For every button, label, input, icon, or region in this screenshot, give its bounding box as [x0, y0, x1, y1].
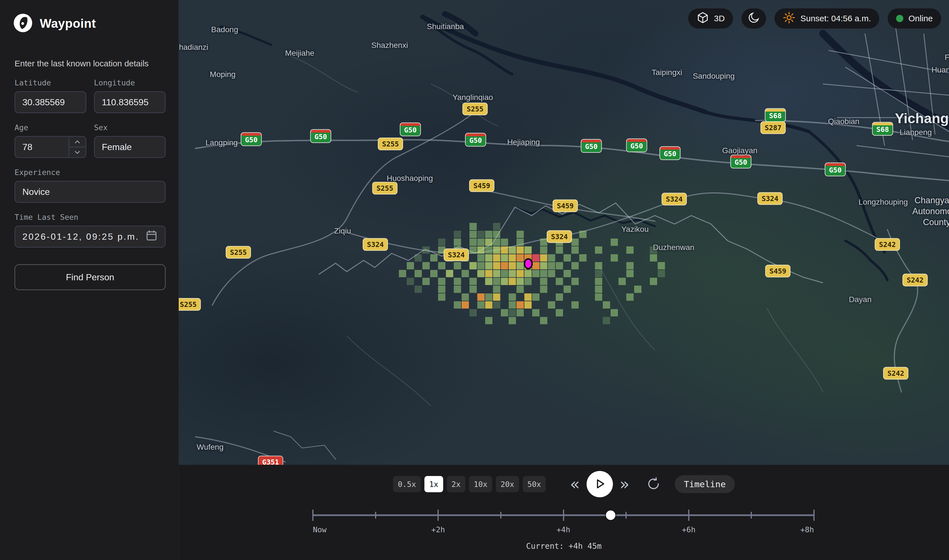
place-label: Badong	[211, 25, 238, 34]
skip-back-button[interactable]: «	[566, 476, 584, 492]
speed-button-20x[interactable]: 20x	[496, 476, 519, 492]
heatmap-cell	[407, 278, 414, 285]
sex-select[interactable]: Female	[94, 136, 166, 158]
heatmap-cell	[540, 286, 547, 293]
road-badge-S324: S324	[662, 193, 687, 206]
toggle-3d-button[interactable]: 3D	[688, 8, 733, 29]
map[interactable]: S255G50G50G50G50S255G50G50G50S68S287S68G…	[179, 0, 949, 465]
longitude-input[interactable]	[94, 91, 166, 113]
heatmap-cell	[509, 254, 516, 262]
speed-button-50x[interactable]: 50x	[523, 476, 546, 492]
play-button[interactable]	[587, 471, 613, 497]
calendar-icon[interactable]	[145, 229, 158, 244]
age-increment-button[interactable]	[69, 137, 85, 147]
heatmap-cell	[540, 262, 547, 269]
heatmap-cell	[509, 301, 516, 309]
place-label: Longzhouping	[858, 198, 908, 207]
heatmap-cell	[650, 278, 657, 285]
map-toolbar: 3D Sunset: 04:56 a.m.	[688, 8, 941, 29]
heatmap-cell	[540, 317, 547, 324]
heatmap-cell	[485, 270, 492, 277]
slider-tick	[312, 509, 313, 521]
heatmap-cell	[634, 286, 641, 293]
sunset-status[interactable]: Sunset: 04:56 a.m.	[775, 8, 879, 29]
reset-button[interactable]	[647, 477, 661, 491]
slider-label-+8h: +8h	[800, 525, 814, 534]
playback-bar: 0.5x1x2x10x20x50x « »	[179, 465, 949, 560]
heatmap-cell	[485, 294, 492, 301]
heatmap-cell	[540, 270, 547, 277]
heatmap-cell	[572, 238, 579, 246]
place-label: Meijiahe	[285, 49, 314, 58]
road-badge-S287: S287	[761, 122, 786, 134]
heatmap-cell	[548, 254, 555, 262]
heatmap-cell	[524, 278, 532, 285]
skip-forward-button[interactable]: »	[616, 476, 633, 492]
place-label: Lianpeng	[900, 128, 932, 137]
heatmap-cell	[454, 262, 461, 269]
heatmap-cell	[414, 286, 422, 293]
playback-controls: 0.5x1x2x10x20x50x « »	[393, 471, 735, 497]
heatmap-cell	[556, 294, 563, 301]
online-status-dot	[896, 15, 903, 22]
timeline-button[interactable]: Timeline	[675, 475, 735, 493]
speed-button-1x[interactable]: 1x	[424, 476, 443, 492]
heatmap-cell	[509, 294, 516, 301]
heatmap-cell	[548, 270, 555, 277]
online-status[interactable]: Online	[887, 8, 941, 29]
experience-select[interactable]: Novice	[15, 181, 166, 203]
moon-icon	[747, 11, 760, 26]
speed-button-0.5x[interactable]: 0.5x	[393, 476, 421, 492]
timeline-slider[interactable]	[313, 509, 814, 521]
heatmap-cell	[501, 309, 508, 316]
heatmap-cell	[532, 294, 539, 301]
heatmap-cell	[501, 270, 508, 277]
heatmap-cell	[493, 270, 500, 277]
heatmap-cell	[454, 238, 461, 246]
heatmap-cell	[509, 317, 516, 324]
age-decrement-button[interactable]	[69, 147, 85, 157]
heatmap-cell	[485, 262, 492, 269]
heatmap-cell	[516, 309, 524, 316]
heatmap-cell	[477, 254, 485, 262]
last-known-location-marker[interactable]	[524, 258, 533, 269]
toggle-3d-label: 3D	[714, 14, 725, 23]
heatmap-cell	[524, 301, 532, 309]
heatmap-cell	[430, 254, 438, 262]
time-last-seen-input[interactable]: 2026-01-12, 09:25 p.m.	[15, 226, 166, 248]
heatmap-cell	[462, 301, 469, 309]
road-badge-S242: S242	[875, 238, 900, 251]
find-person-button[interactable]: Find Person	[15, 264, 166, 290]
road-badge-S255: S255	[462, 103, 488, 115]
speed-button-2x[interactable]: 2x	[447, 476, 465, 492]
heatmap-cell	[564, 270, 571, 277]
sun-icon	[783, 11, 795, 26]
heatmap-cell	[572, 246, 579, 254]
speed-button-10x[interactable]: 10x	[469, 476, 492, 492]
place-label: Yazikou	[621, 225, 649, 234]
heatmap-cell	[399, 270, 406, 277]
heatmap-cell	[430, 270, 438, 277]
cube-3d-icon	[696, 11, 709, 26]
heatmap-cell	[485, 231, 492, 238]
heatmap-cell	[595, 294, 602, 301]
sunset-label: Sunset: 04:56 a.m.	[800, 14, 871, 23]
latitude-input[interactable]	[15, 91, 86, 113]
heatmap-cell	[477, 270, 485, 277]
slider-handle[interactable]	[606, 511, 615, 520]
place-label: Hejiaping	[507, 138, 540, 147]
heatmap-cell	[516, 301, 524, 309]
heatmap-cell	[493, 278, 500, 285]
slider-tick	[688, 509, 689, 521]
heatmap-cell	[462, 270, 469, 277]
heatmap-cell	[485, 301, 492, 309]
heatmap-cell	[470, 231, 477, 238]
heatmap-cell	[532, 254, 539, 262]
slider-labels: Now+2h+4h+6h+8h	[313, 525, 814, 535]
heatmap-cell	[477, 231, 485, 238]
heatmap-cell	[493, 294, 500, 301]
road-badge-G50: G50	[400, 123, 421, 136]
night-mode-button[interactable]	[741, 8, 766, 29]
heatmap-cell	[595, 270, 602, 277]
road-badge-G351: G351	[258, 456, 283, 465]
